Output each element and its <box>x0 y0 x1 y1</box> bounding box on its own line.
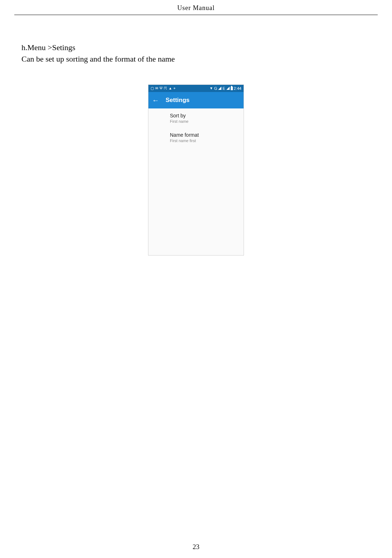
header-title: User Manual <box>177 4 215 11</box>
mail-icon: ✉ <box>155 87 158 90</box>
warning-icon: ▲ <box>168 87 172 90</box>
setting-item-sort-by[interactable]: Sort by First name <box>148 108 244 128</box>
sync-icon: ☈ <box>164 87 167 90</box>
content-area: h.Menu >Setings Can be set up sorting an… <box>0 15 392 256</box>
page-footer: 23 <box>0 543 392 551</box>
body-line-2: Can be set up sorting and the format of … <box>21 53 371 65</box>
page-header: User Manual <box>0 0 392 12</box>
clock-label: 2:44 <box>234 86 241 91</box>
back-arrow-icon[interactable]: ← <box>152 97 159 104</box>
status-bar: ▢ ✉ Ψ ☈ ▲ ⌖ ▼ G E 2:44 <box>148 85 244 92</box>
signal-1-icon <box>218 87 221 90</box>
setting-item-name-format[interactable]: Name format First name first <box>148 128 244 147</box>
setting-title: Sort by <box>170 113 239 118</box>
network-g-label: G <box>214 86 217 91</box>
status-left: ▢ ✉ Ψ ☈ ▲ ⌖ <box>151 87 176 90</box>
settings-list: Sort by First name Name format First nam… <box>148 108 244 255</box>
usb-icon: Ψ <box>160 87 162 90</box>
debug-icon: ⌖ <box>173 87 176 90</box>
network-e-label: E <box>222 86 225 91</box>
screenshot-container: ▢ ✉ Ψ ☈ ▲ ⌖ ▼ G E 2:44 ← <box>21 84 371 256</box>
body-line-1: h.Menu >Setings <box>21 42 371 53</box>
setting-subtitle: First name first <box>170 139 239 143</box>
page-number: 23 <box>193 543 200 550</box>
setting-subtitle: First name <box>170 119 239 123</box>
battery-icon <box>231 87 233 90</box>
wifi-icon: ▼ <box>210 87 213 90</box>
picture-icon: ▢ <box>151 87 154 90</box>
setting-title: Name format <box>170 132 239 138</box>
status-right: ▼ G E 2:44 <box>210 86 241 91</box>
phone-screenshot: ▢ ✉ Ψ ☈ ▲ ⌖ ▼ G E 2:44 ← <box>148 84 244 256</box>
app-bar-title: Settings <box>166 97 190 104</box>
app-bar: ← Settings <box>148 92 244 108</box>
signal-2-icon <box>226 87 230 90</box>
